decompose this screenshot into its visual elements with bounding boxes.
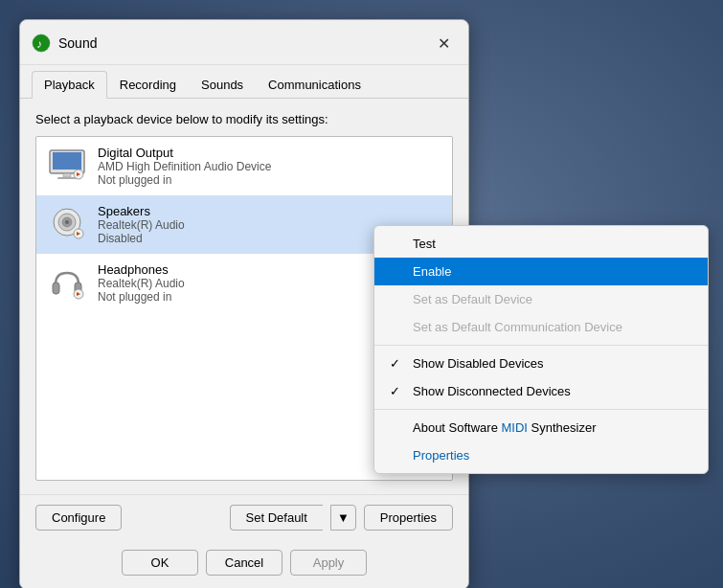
menu-label-show-disconnected: Show Disconnected Devices (413, 384, 571, 398)
device-desc: AMD High Definition Audio Device (98, 160, 442, 173)
title-bar: ♪ Sound ✕ (20, 20, 468, 65)
menu-label-show-disabled: Show Disabled Devices (413, 356, 544, 371)
context-menu: Test Enable Set as Default Device Set as… (373, 225, 709, 474)
close-button[interactable]: ✕ (430, 30, 457, 57)
device-footer: Configure Set Default ▼ Properties (20, 494, 468, 540)
tab-recording[interactable]: Recording (107, 71, 189, 99)
device-info-digital-output: Digital Output AMD High Definition Audio… (98, 146, 442, 187)
dialog-title: Sound (58, 35, 97, 51)
title-left: ♪ Sound (32, 34, 97, 53)
svg-rect-12 (53, 283, 59, 294)
tab-playback[interactable]: Playback (32, 71, 107, 99)
svg-text:♪: ♪ (36, 37, 42, 51)
set-default-arrow-button[interactable]: ▼ (330, 505, 356, 531)
ok-button[interactable]: OK (122, 550, 198, 576)
menu-item-enable[interactable]: Enable (374, 258, 708, 285)
device-icon-headphone (46, 261, 88, 304)
menu-label-about-midi: About Software MIDI Synthesizer (413, 420, 597, 435)
svg-rect-3 (53, 152, 81, 170)
action-footer: OK Cancel Apply (20, 540, 468, 588)
device-icon-speaker (46, 203, 88, 245)
menu-item-set-default-comm[interactable]: Set as Default Communication Device (374, 313, 708, 341)
device-name: Speakers (98, 204, 442, 218)
menu-item-show-disabled[interactable]: ✓ Show Disabled Devices (374, 350, 708, 377)
menu-label-set-default-comm: Set as Default Communication Device (413, 320, 622, 334)
menu-separator-2 (374, 409, 708, 410)
device-item-digital-output[interactable]: Digital Output AMD High Definition Audio… (36, 137, 452, 195)
sound-icon: ♪ (32, 34, 51, 53)
menu-label-properties: Properties (413, 448, 469, 463)
menu-label-set-default: Set as Default Device (413, 292, 532, 306)
svg-rect-5 (57, 177, 77, 179)
properties-button[interactable]: Properties (364, 505, 453, 531)
tab-communications[interactable]: Communications (256, 71, 373, 99)
menu-separator-1 (374, 345, 708, 346)
instruction-text: Select a playback device below to modify… (35, 112, 453, 126)
menu-label-enable: Enable (413, 264, 451, 279)
svg-point-10 (65, 220, 69, 224)
menu-item-show-disconnected[interactable]: ✓ Show Disconnected Devices (374, 377, 708, 405)
svg-rect-4 (63, 173, 71, 177)
device-icon-monitor (46, 145, 88, 187)
btn-row-left: Configure (35, 505, 122, 531)
menu-item-properties[interactable]: Properties (374, 441, 708, 469)
configure-button[interactable]: Configure (35, 505, 122, 531)
apply-button[interactable]: Apply (290, 550, 367, 576)
device-status: Not plugged in (98, 173, 442, 187)
menu-item-test[interactable]: Test (374, 230, 708, 258)
set-default-button[interactable]: Set Default (230, 505, 323, 531)
menu-check-show-disconnected: ✓ (390, 384, 405, 398)
device-name: Digital Output (98, 146, 442, 160)
menu-label-test: Test (413, 237, 436, 251)
menu-item-about-midi[interactable]: About Software MIDI Synthesizer (374, 414, 708, 441)
tab-sounds[interactable]: Sounds (189, 71, 256, 99)
tab-bar: Playback Recording Sounds Communications (20, 65, 468, 99)
cancel-button[interactable]: Cancel (206, 550, 282, 576)
menu-item-set-default[interactable]: Set as Default Device (374, 285, 708, 313)
menu-check-show-disabled: ✓ (390, 356, 405, 371)
